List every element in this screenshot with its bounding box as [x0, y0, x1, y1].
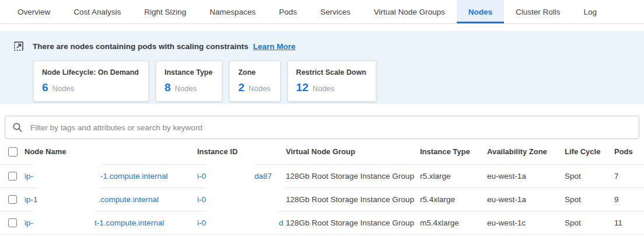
virtual-node-group-cell: 128Gb Root Storage Instance Group	[286, 172, 420, 181]
banner-message: There are nodes containing pods with sca…	[33, 42, 249, 51]
card-count: 6	[42, 81, 48, 94]
row-checkbox[interactable]	[8, 195, 17, 204]
card-unit: Nodes	[52, 84, 75, 93]
tab-log[interactable]: Log	[572, 0, 609, 23]
col-pods: Pods	[614, 147, 644, 156]
card-unit: Nodes	[313, 84, 335, 93]
tab-virtual-node-groups[interactable]: Virtual Node Groups	[362, 0, 457, 23]
instance-id-cell: i-0da87	[197, 164, 286, 188]
redaction-box	[38, 188, 99, 211]
instance-type-cell: m5.4xlarge	[420, 218, 487, 227]
card-count: 2	[238, 81, 244, 94]
card-title: Instance Type	[164, 68, 212, 77]
card-instance-type[interactable]: Instance Type 8 Nodes	[156, 61, 222, 102]
col-instance-id: Instance ID	[197, 147, 286, 156]
redaction-box	[33, 211, 94, 234]
virtual-node-group-cell: 128Gb Root Storage Instance Group	[286, 218, 420, 227]
redaction-box	[206, 164, 254, 188]
card-zone[interactable]: Zone 2 Nodes	[229, 61, 280, 102]
node-name-link[interactable]: -1.compute.internal	[100, 172, 168, 181]
card-node-lifecycle[interactable]: Node Lifecycle: On Demand 6 Nodes	[33, 61, 149, 102]
instance-id-text: da87	[254, 172, 272, 181]
col-life-cycle: Life Cycle	[565, 147, 614, 156]
node-name-link[interactable]: ip-	[24, 172, 33, 181]
card-count: 8	[164, 81, 171, 94]
pods-cell: 11	[614, 218, 644, 227]
nodes-table: Node Name Instance ID Virtual Node Group…	[0, 139, 644, 235]
redaction-box	[206, 211, 279, 234]
filter-search-bar	[5, 116, 639, 139]
instance-id-text: i-0	[197, 195, 206, 204]
card-count: 12	[296, 81, 309, 94]
tab-cost-analysis[interactable]: Cost Analysis	[62, 0, 132, 23]
tab-nodes[interactable]: Nodes	[457, 0, 504, 23]
card-title: Zone	[238, 68, 270, 77]
col-instance-type: Instance Type	[420, 147, 487, 156]
node-name-link[interactable]: t-1.compute.internal	[94, 218, 164, 227]
card-restrict-scale-down[interactable]: Restrict Scale Down 12 Nodes	[288, 61, 376, 102]
instance-id-cell: i-0	[197, 188, 286, 211]
node-name-cell: ip-t-1.compute.internal	[24, 211, 197, 234]
row-checkbox[interactable]	[8, 218, 17, 227]
node-name-cell: ip-1.compute.internal	[24, 188, 197, 211]
table-header-row: Node Name Instance ID Virtual Node Group…	[0, 139, 644, 164]
col-availability-zone: Availability Zone	[487, 147, 565, 156]
tab-overview[interactable]: Overview	[6, 0, 62, 23]
node-name-link[interactable]: ip-	[24, 218, 33, 227]
node-name-link[interactable]: ip-1	[24, 195, 38, 204]
tab-namespaces[interactable]: Namespaces	[198, 0, 267, 23]
search-input[interactable]	[29, 123, 632, 133]
tab-pods[interactable]: Pods	[267, 0, 309, 23]
instance-id-text: i-0	[197, 172, 206, 181]
tab-right-sizing[interactable]: Right Sizing	[132, 0, 198, 23]
card-unit: Nodes	[249, 84, 271, 93]
col-virtual-node-group: Virtual Node Group	[286, 147, 420, 156]
select-all-checkbox[interactable]	[8, 147, 18, 157]
learn-more-link[interactable]: Learn More	[253, 42, 296, 51]
table-row: ip-t-1.compute.internal i-0d 128Gb Root …	[0, 211, 644, 234]
redaction-box	[33, 164, 100, 188]
table-row: ip-1.compute.internal i-0 128Gb Root Sto…	[0, 188, 644, 211]
availability-zone-cell: eu-west-1a	[487, 172, 565, 181]
life-cycle-cell: Spot	[565, 172, 614, 181]
search-icon	[12, 122, 23, 133]
col-node-name: Node Name	[24, 147, 197, 156]
instance-id-cell: i-0d	[197, 211, 286, 234]
node-name-cell: ip--1.compute.internal	[24, 164, 197, 188]
constraint-cards: Node Lifecycle: On Demand 6 Nodes Instan…	[33, 61, 644, 102]
table-bottom-divider	[0, 234, 644, 235]
instance-id-text: d	[279, 218, 284, 227]
tab-services[interactable]: Services	[309, 0, 362, 23]
instance-type-cell: r5.4xlarge	[420, 195, 487, 204]
tab-bar: Overview Cost Analysis Right Sizing Name…	[0, 0, 644, 24]
availability-zone-cell: eu-west-1a	[487, 195, 565, 204]
life-cycle-cell: Spot	[565, 195, 614, 204]
card-unit: Nodes	[175, 84, 197, 93]
row-checkbox[interactable]	[8, 172, 17, 181]
scaling-constraints-banner: There are nodes containing pods with sca…	[0, 31, 644, 104]
redaction-box	[206, 188, 284, 211]
card-title: Restrict Scale Down	[296, 68, 366, 77]
node-name-link[interactable]: .compute.internal	[99, 195, 159, 204]
tab-cluster-rolls[interactable]: Cluster Rolls	[504, 0, 572, 23]
life-cycle-cell: Spot	[565, 218, 614, 227]
scale-up-icon	[13, 40, 24, 52]
table-row: ip--1.compute.internal i-0da87 128Gb Roo…	[0, 164, 644, 188]
instance-id-text: i-0	[197, 218, 206, 227]
pods-cell: 9	[614, 195, 644, 204]
pods-cell: 7	[614, 172, 644, 181]
card-title: Node Lifecycle: On Demand	[42, 68, 139, 77]
availability-zone-cell: eu-west-1c	[487, 218, 565, 227]
instance-type-cell: r5.xlarge	[420, 172, 487, 181]
virtual-node-group-cell: 128Gb Root Storage Instance Group	[286, 195, 420, 204]
